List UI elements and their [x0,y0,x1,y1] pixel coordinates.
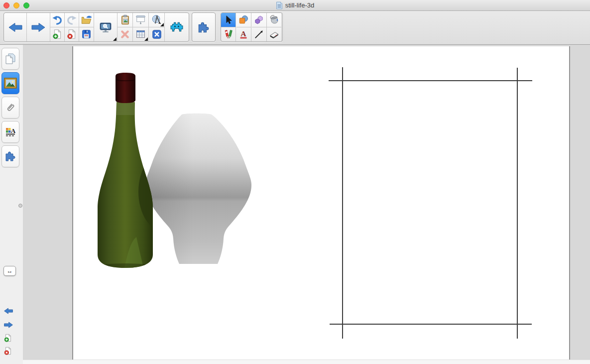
text-icon: A [238,29,249,40]
invader-icon [170,22,183,33]
display-zoom-menu-indicator [113,37,117,41]
open-button[interactable] [79,13,94,27]
geometry-tools-button[interactable] [149,13,165,27]
pens-icon [223,29,234,40]
svg-text:A: A [11,127,16,134]
line-icon [253,29,264,40]
new-page-icon [52,29,63,39]
polygons-tool-button[interactable] [252,13,267,27]
crop-frame[interactable] [329,67,532,339]
undo-button[interactable] [50,13,65,27]
forward-button[interactable] [27,13,50,41]
fill-tool-button[interactable] [267,13,282,27]
delete-page-icon [4,347,12,355]
monitor-zoom-icon [99,21,112,33]
open-folder-icon [81,14,92,25]
puzzle-icon [4,150,16,162]
sidebar: A ↔ [0,45,23,364]
sidebar-item-attachments[interactable] [1,97,19,119]
eraser-tool-button[interactable] [267,27,282,42]
previous-page-button[interactable] [4,308,13,314]
delete-page-button[interactable] [65,27,79,42]
text-styles-icon: A [4,126,16,138]
horizontal-scrollbar[interactable] [23,360,590,364]
toolbar-group-plugins [192,12,216,42]
resize-arrows-icon: ↔ [7,267,13,274]
titlebar: still-life-3d [0,0,590,11]
insert-actions-grid [118,13,165,41]
save-icon [81,29,92,39]
zoom-window-button[interactable] [23,2,29,8]
close-window-button[interactable] [3,2,9,8]
canvas-area[interactable] [23,45,590,360]
clipboard-image-icon [120,14,130,25]
sidebar-item-gallery[interactable] [1,72,19,94]
back-arrow-icon [4,308,13,314]
polygon-icon [253,14,264,25]
widgets-button[interactable] [165,13,189,41]
bottle-cap [116,73,135,103]
window-title: still-life-3d [285,1,315,9]
table-menu-indicator [144,37,148,41]
insert-table-button[interactable] [133,27,149,42]
toolbar-group-tools: A [221,12,283,42]
paint-bucket-icon [269,14,280,25]
eraser-icon [268,29,280,40]
projector-screen-button[interactable] [133,13,149,27]
save-button[interactable] [79,27,94,42]
sidebar-item-pages[interactable] [1,48,19,70]
page-artwork [73,46,571,360]
toolbar-group-document [3,12,189,42]
paperclip-icon [4,102,16,114]
plugin-button[interactable] [192,13,215,41]
splitter-handle[interactable] [18,204,22,208]
back-button[interactable] [4,13,27,41]
paste-image-button[interactable] [118,13,133,27]
delete-page-icon [67,29,77,39]
puzzle-icon [197,21,210,34]
shapes-icon [238,14,249,25]
text-tool-button[interactable]: A [236,27,251,42]
redo-button[interactable] [65,13,79,27]
red-x-icon [119,29,130,40]
geometry-menu-indicator [160,23,164,26]
pens-tool-button[interactable] [221,27,236,42]
minimize-window-button[interactable] [13,2,19,8]
display-zoom-button[interactable] [94,13,118,41]
blue-x-icon [152,29,162,39]
back-arrow-icon [8,22,22,32]
sidebar-resize-button[interactable]: ↔ [3,266,16,276]
forward-arrow-icon [31,22,45,32]
remove-page-button[interactable] [4,347,12,355]
pointer-icon [224,15,234,25]
vase[interactable] [145,114,251,264]
close-board-button[interactable] [149,27,165,42]
add-page-button[interactable] [4,334,12,342]
shapes-tool-button[interactable] [236,13,251,27]
forward-arrow-icon [4,322,13,328]
new-page-button[interactable] [50,27,65,42]
next-page-button[interactable] [4,322,13,328]
document-page[interactable] [72,46,570,360]
projector-screen-icon [135,14,146,25]
tools-grid: A [221,13,282,41]
toolbar: A [0,11,590,45]
redo-icon [66,14,77,25]
select-tool-button[interactable] [221,13,236,27]
sidebar-item-plugins[interactable] [1,145,19,167]
sidebar-item-styles[interactable]: A [1,121,19,143]
new-page-icon [4,334,12,342]
app-window: still-life-3d [0,0,590,364]
pages-icon [4,53,16,65]
undo-icon [52,14,63,25]
svg-text:A: A [241,29,247,38]
line-tool-button[interactable] [252,27,267,42]
file-actions-grid [50,13,94,41]
picture-icon [4,78,17,89]
delete-button[interactable] [118,27,133,42]
document-icon [276,1,283,9]
